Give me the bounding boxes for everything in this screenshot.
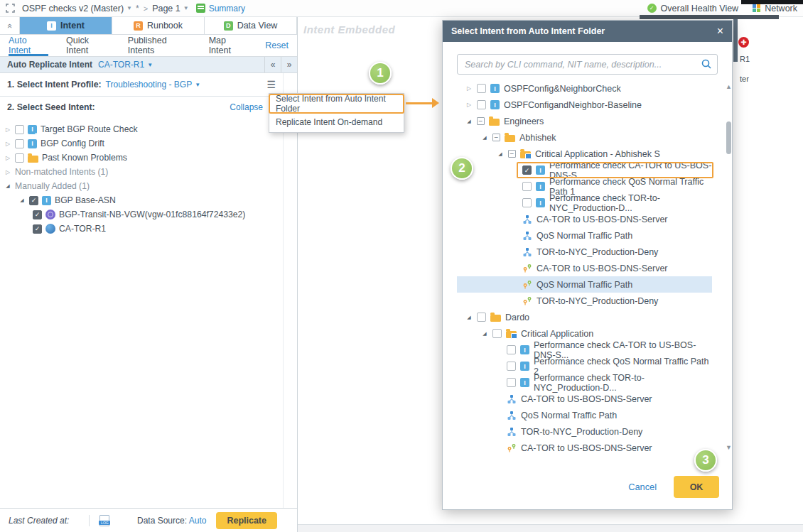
tree-item[interactable]: CA-TOR to US-BOS-DNS-Server [457, 391, 712, 407]
menu-item[interactable]: Select Intent from Auto Intent Folder [269, 94, 404, 113]
caret-expanded-icon[interactable]: ◢ [465, 119, 473, 124]
log-file-icon[interactable] [99, 515, 109, 526]
tree-item[interactable]: TOR-to-NYC_Production-Deny [457, 244, 712, 260]
replicate-button[interactable]: Replicate [216, 512, 277, 529]
checkbox[interactable] [507, 378, 516, 387]
tree-item[interactable]: ▷IxTarget BGP Route Check [0, 122, 297, 136]
tree-item[interactable]: ✓BGP-Transit-NB-VGW(vgw-01fc88164f72433e… [0, 207, 297, 222]
scroll-up-icon[interactable]: ▲ [726, 83, 732, 90]
tab-data-view[interactable]: DData View [205, 17, 297, 34]
tree-item[interactable]: ◢Manually Added (1) [0, 179, 297, 193]
tree-item[interactable]: IPerformance check TOR-to-NYC_Production… [457, 195, 712, 211]
ok-button[interactable]: OK [674, 476, 719, 498]
nav-forward-button[interactable]: » [281, 57, 297, 72]
caret-expanded-icon[interactable]: ◢ [497, 151, 504, 157]
profile-menu-button[interactable]: ☰ [266, 79, 276, 90]
tree-item[interactable]: ▷Non-matched Intents (1) [0, 165, 297, 179]
tree-item[interactable]: QoS Normal Traffic Path [457, 407, 712, 423]
expand-map-icon[interactable] [6, 4, 15, 13]
caret-collapsed-icon[interactable]: ▷ [465, 102, 473, 108]
map-title[interactable]: OSPF checks v2 (Master) [22, 4, 124, 13]
tree-item[interactable]: TOR-to-NYC_Production-Deny [457, 293, 712, 309]
subtab-quick-intent[interactable]: Quick Intent [66, 35, 110, 56]
tab-intent[interactable]: IIntent [20, 17, 112, 34]
chevron-down-icon[interactable]: ▼ [195, 82, 200, 88]
summary-link[interactable]: Summary [209, 4, 245, 13]
data-source-value[interactable]: Auto [189, 516, 207, 526]
checkbox[interactable] [507, 345, 516, 354]
checkbox[interactable]: ✓ [33, 224, 42, 234]
tree-item-label: Past Known Problems [42, 153, 127, 163]
expander-minus-icon[interactable]: − [477, 117, 485, 125]
caret-expanded-icon[interactable]: ◢ [4, 183, 11, 189]
caret-collapsed-icon[interactable]: ▷ [4, 126, 11, 133]
scroll-down-icon[interactable]: ▼ [726, 444, 732, 451]
caret-expanded-icon[interactable]: ◢ [18, 197, 26, 203]
tree-item[interactable]: ◢−Engineers [457, 113, 712, 129]
tree-item[interactable]: TOR-to-NYC_Production-Deny [457, 423, 712, 440]
cancel-button[interactable]: Cancel [628, 482, 657, 492]
checkbox[interactable] [15, 139, 24, 148]
checkbox[interactable] [15, 125, 24, 134]
tree-item[interactable]: ▷Past Known Problems [0, 151, 297, 165]
checkbox[interactable] [492, 329, 502, 338]
vertical-scrollbar[interactable] [733, 18, 738, 62]
overall-health-view[interactable]: Overall Health View [661, 4, 739, 13]
tree-item[interactable]: ◢✓IBGP Base-ASN [0, 193, 297, 207]
checkbox[interactable] [477, 100, 486, 109]
collapse-tree-link[interactable]: Collapse [230, 102, 263, 112]
profile-selector[interactable]: Troubleshooting - BGP [106, 80, 193, 89]
tree-item[interactable]: CA-TOR to US-BOS-DNS-Server [457, 260, 712, 276]
close-icon[interactable]: × [717, 26, 723, 37]
network-menu[interactable]: Network [765, 4, 797, 13]
tree-item[interactable]: ▷IOSPFConfig&NeighborCheck [457, 80, 712, 97]
checkbox[interactable] [477, 84, 486, 93]
tree-item[interactable]: CA-TOR to US-BOS-DNS-Server [457, 440, 712, 455]
caret-expanded-icon[interactable]: ◢ [465, 315, 473, 320]
intent-icon: I [536, 182, 545, 191]
search-input[interactable] [457, 54, 718, 75]
seed-device-selector[interactable]: CA-TOR-R1 [98, 60, 144, 70]
subtab-auto-intent[interactable]: Auto Intent [9, 35, 48, 56]
checkbox[interactable] [507, 362, 516, 371]
search-icon[interactable] [701, 58, 712, 72]
expander-minus-icon[interactable]: − [508, 150, 516, 158]
tree-item[interactable]: CA-TOR to US-BOS-DNS-Server [457, 211, 712, 227]
caret-collapsed-icon[interactable]: ▷ [4, 169, 11, 175]
subtab-published-intents[interactable]: Published Intents [128, 35, 191, 56]
caret-collapsed-icon[interactable]: ▷ [4, 155, 11, 161]
caret-expanded-icon[interactable]: ◢ [481, 135, 488, 141]
page-selector[interactable]: Page 1 [152, 4, 180, 13]
subtab-map-intent[interactable]: Map Intent [209, 35, 248, 56]
checkbox[interactable] [15, 153, 24, 163]
chevron-down-icon[interactable]: ▼ [126, 5, 132, 11]
tree-item[interactable]: QoS Normal Traffic Path [457, 276, 712, 293]
checkbox[interactable]: ✓ [522, 165, 532, 175]
checkbox[interactable] [477, 313, 486, 322]
caret-expanded-icon[interactable]: ◢ [481, 331, 488, 337]
data-source-label: Data Source: [137, 516, 187, 526]
checkbox[interactable] [522, 198, 532, 207]
tree-item[interactable]: IPerformance check TOR-to-NYC_Production… [457, 374, 712, 391]
chevron-down-icon[interactable]: ▼ [183, 5, 189, 11]
menu-item[interactable]: Replicate Intent On-demand [269, 113, 404, 131]
scrollbar-thumb[interactable] [726, 121, 731, 154]
expander-minus-icon[interactable]: − [492, 134, 500, 141]
tree-item[interactable]: ◢Dardo [457, 309, 712, 325]
horizontal-scrollbar[interactable] [298, 524, 803, 532]
collapse-panel-button[interactable]: « [0, 17, 20, 34]
tab-runbook[interactable]: RRunbook [112, 17, 205, 34]
tree-item[interactable]: ✓CA-TOR-R1 [0, 222, 297, 236]
checkbox[interactable] [522, 182, 532, 191]
checkbox[interactable]: ✓ [29, 196, 38, 205]
caret-collapsed-icon[interactable]: ▷ [4, 141, 11, 147]
checkbox[interactable]: ✓ [33, 210, 42, 219]
tree-item[interactable]: ▷IBGP Config Drift [0, 136, 297, 151]
caret-collapsed-icon[interactable]: ▷ [465, 85, 473, 92]
chevron-down-icon[interactable]: ▼ [147, 62, 153, 68]
tree-item[interactable]: ▷IOSPFConfigandNeighbor-Baseline [457, 97, 712, 113]
nav-back-button[interactable]: « [264, 57, 281, 72]
reset-link[interactable]: Reset [265, 40, 289, 50]
tree-item[interactable]: QoS Normal Traffic Path [457, 227, 712, 244]
tree-item[interactable]: ◢−Abhishek [457, 129, 712, 146]
